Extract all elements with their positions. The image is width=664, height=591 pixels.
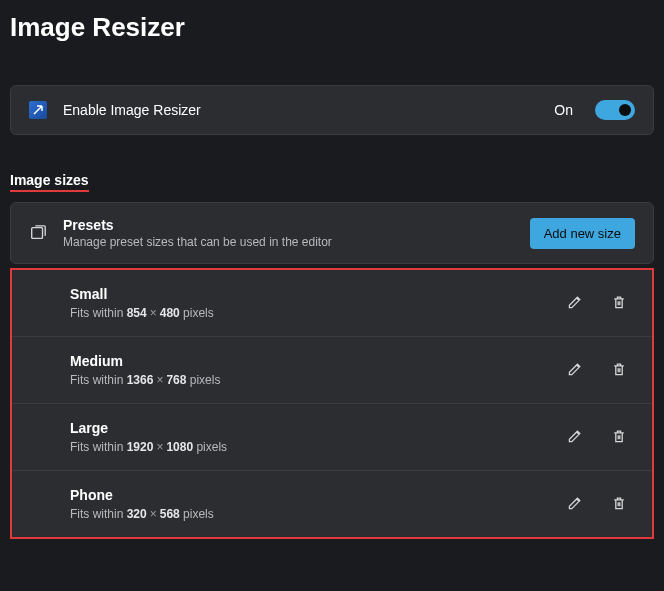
trash-icon [611, 294, 627, 313]
section-heading-wrap: Image sizes [10, 171, 89, 192]
preset-group-icon [29, 224, 47, 242]
preset-list: SmallFits within 854×480 pixelsMediumFit… [10, 268, 654, 539]
enable-card: Enable Image Resizer On [10, 85, 654, 135]
edit-preset-button[interactable] [560, 422, 590, 452]
preset-name: Phone [70, 487, 546, 503]
toggle-knob [619, 104, 631, 116]
presets-title: Presets [63, 217, 514, 233]
pencil-icon [567, 428, 583, 447]
preset-row: PhoneFits within 320×568 pixels [12, 470, 652, 537]
enable-toggle[interactable] [595, 100, 635, 120]
pencil-icon [567, 294, 583, 313]
delete-preset-button[interactable] [604, 288, 634, 318]
delete-preset-button[interactable] [604, 489, 634, 519]
svg-rect-0 [32, 228, 43, 239]
preset-row: MediumFits within 1366×768 pixels [12, 336, 652, 403]
image-resizer-icon [29, 101, 47, 119]
trash-icon [611, 361, 627, 380]
delete-preset-button[interactable] [604, 355, 634, 385]
preset-desc: Fits within 1920×1080 pixels [70, 440, 546, 454]
preset-name: Large [70, 420, 546, 436]
pencil-icon [567, 495, 583, 514]
edit-preset-button[interactable] [560, 355, 590, 385]
trash-icon [611, 495, 627, 514]
preset-name: Small [70, 286, 546, 302]
trash-icon [611, 428, 627, 447]
toggle-state-text: On [554, 102, 573, 118]
preset-row: SmallFits within 854×480 pixels [12, 270, 652, 336]
add-new-size-button[interactable]: Add new size [530, 218, 635, 249]
edit-preset-button[interactable] [560, 288, 590, 318]
preset-desc: Fits within 320×568 pixels [70, 507, 546, 521]
delete-preset-button[interactable] [604, 422, 634, 452]
edit-preset-button[interactable] [560, 489, 590, 519]
preset-name: Medium [70, 353, 546, 369]
preset-row: LargeFits within 1920×1080 pixels [12, 403, 652, 470]
section-heading: Image sizes [10, 172, 89, 192]
presets-subtitle: Manage preset sizes that can be used in … [63, 235, 514, 249]
preset-desc: Fits within 854×480 pixels [70, 306, 546, 320]
page-title: Image Resizer [10, 12, 654, 43]
preset-desc: Fits within 1366×768 pixels [70, 373, 546, 387]
presets-header: Presets Manage preset sizes that can be … [10, 202, 654, 264]
pencil-icon [567, 361, 583, 380]
enable-label: Enable Image Resizer [63, 102, 538, 118]
